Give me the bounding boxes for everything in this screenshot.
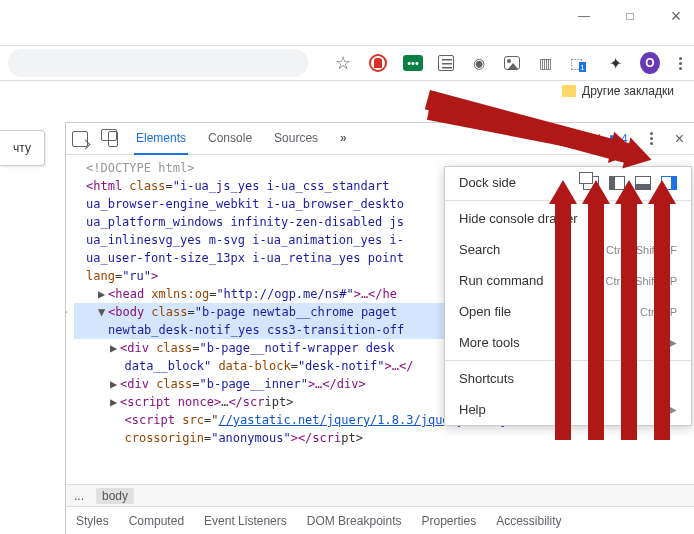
window-maximize[interactable]: □	[622, 8, 638, 24]
tabs-overflow[interactable]: »	[338, 123, 349, 155]
extensions-puzzle-icon[interactable]: ✦	[605, 53, 625, 73]
bookmark-bar: Другие закладки	[562, 84, 674, 98]
browser-toolbar: ☆ ••• ◉ ▥ ⬚1 ✦ O	[0, 45, 694, 81]
styles-subtabs: Styles Computed Event Listeners DOM Brea…	[66, 506, 694, 534]
messages-badge[interactable]: ▮ 4	[609, 132, 628, 146]
other-bookmarks[interactable]: Другие закладки	[582, 84, 674, 98]
dice-icon[interactable]: ⬚1	[570, 53, 590, 73]
doctype: <!DOCTYPE html>	[86, 161, 194, 175]
reader-icon[interactable]	[438, 55, 454, 71]
profile-avatar[interactable]: O	[640, 53, 660, 73]
subtab-properties[interactable]: Properties	[421, 514, 476, 528]
collection-icon[interactable]: ▥	[535, 53, 555, 73]
subtab-accessibility[interactable]: Accessibility	[496, 514, 561, 528]
adblock-icon[interactable]	[368, 53, 388, 73]
eye-icon[interactable]: ◉	[469, 53, 489, 73]
menu-hide-drawer[interactable]: Hide console drawer	[445, 203, 691, 234]
devtools-menu-icon[interactable]	[646, 128, 657, 149]
menu-dock-side: Dock side	[445, 167, 691, 198]
dock-undock-icon[interactable]	[583, 176, 599, 190]
subtab-computed[interactable]: Computed	[129, 514, 184, 528]
menu-open-file[interactable]: Open fileCtrl + P	[445, 296, 691, 327]
partial-tab[interactable]: чту	[0, 130, 45, 166]
tab-console[interactable]: Console	[206, 123, 254, 155]
menu-search[interactable]: SearchCtrl + Shift + F	[445, 234, 691, 265]
window-minimize[interactable]: —	[576, 8, 592, 24]
menu-run-command[interactable]: Run commandCtrl + Shift + P	[445, 265, 691, 296]
subtab-dom-breakpoints[interactable]: DOM Breakpoints	[307, 514, 402, 528]
tab-sources[interactable]: Sources	[272, 123, 320, 155]
menu-shortcuts[interactable]: Shortcuts	[445, 363, 691, 394]
dock-right-icon[interactable]	[661, 176, 677, 190]
devtools-dropdown-menu: Dock side Hide console drawer SearchCtrl…	[444, 166, 692, 426]
dock-bottom-icon[interactable]	[635, 176, 651, 190]
device-toggle-icon[interactable]	[108, 131, 118, 147]
menu-help[interactable]: Help▶	[445, 394, 691, 425]
dock-left-icon[interactable]	[609, 176, 625, 190]
devtools-toolbar: Elements Console Sources » ▲ 1 ▮ 4 ×	[66, 123, 694, 155]
warnings-badge[interactable]: ▲ 1	[579, 132, 603, 146]
folder-icon	[562, 85, 576, 97]
picture-icon[interactable]	[504, 56, 520, 70]
inspect-icon[interactable]	[72, 131, 88, 147]
omnibox[interactable]	[8, 49, 308, 77]
subtab-event-listeners[interactable]: Event Listeners	[204, 514, 287, 528]
tab-elements[interactable]: Elements	[134, 123, 188, 155]
star-icon[interactable]: ☆	[333, 53, 353, 73]
extension-green-icon[interactable]: •••	[403, 53, 423, 73]
subtab-styles[interactable]: Styles	[76, 514, 109, 528]
window-close[interactable]: ×	[668, 8, 684, 24]
breadcrumb[interactable]: ... body	[66, 484, 694, 506]
menu-more-tools[interactable]: More tools▶	[445, 327, 691, 358]
browser-menu-icon[interactable]	[675, 53, 686, 74]
devtools-close-icon[interactable]: ×	[675, 130, 684, 148]
